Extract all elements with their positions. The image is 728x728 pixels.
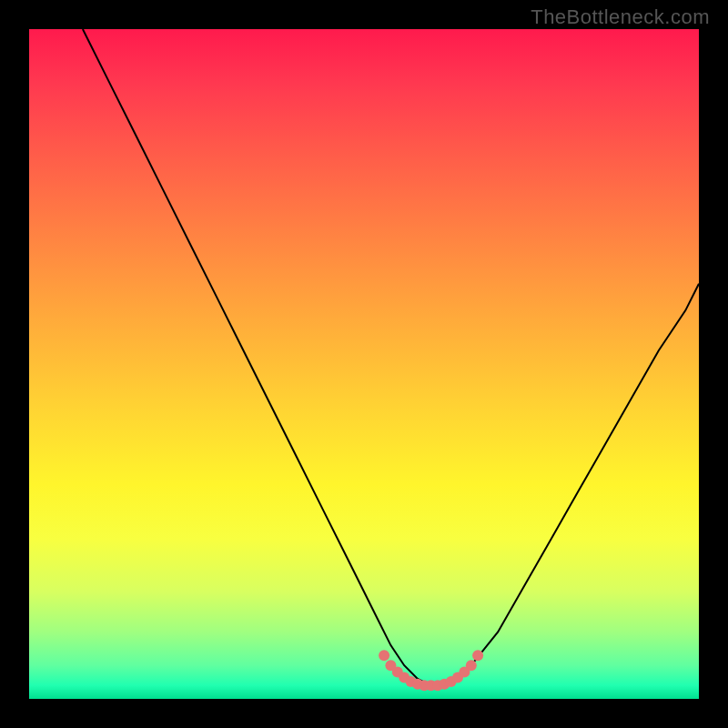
curve-svg: [29, 29, 699, 699]
svg-point-0: [379, 650, 389, 661]
svg-point-14: [472, 650, 483, 661]
svg-point-13: [466, 660, 477, 671]
chart-container: TheBottleneck.com: [0, 0, 728, 728]
bottleneck-curve: [83, 29, 699, 685]
plot-area: [29, 29, 699, 699]
optimal-range-dots: [379, 650, 483, 691]
watermark-text: TheBottleneck.com: [531, 5, 710, 29]
